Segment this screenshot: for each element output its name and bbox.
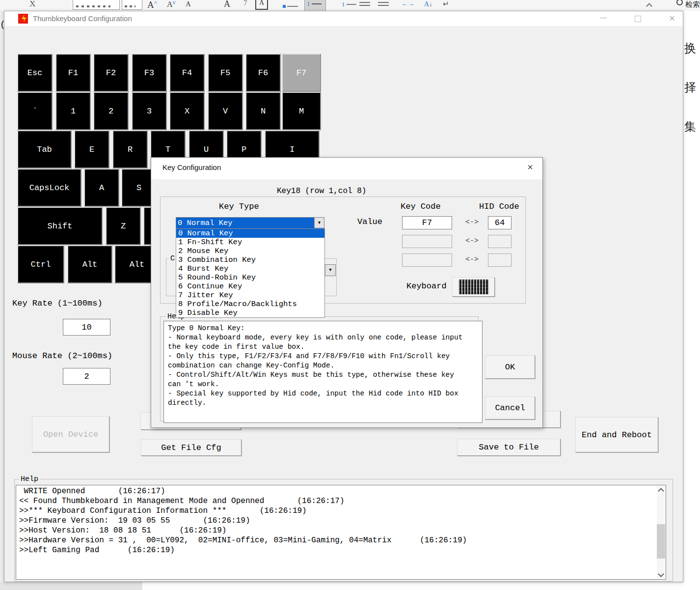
hid-code-input-3[interactable] (488, 253, 512, 267)
combo-arrow-button[interactable]: ▼ (314, 218, 324, 228)
scroll-down-button[interactable] (657, 570, 665, 579)
phonetic-guide-icon[interactable]: 7 (243, 0, 247, 7)
edit-button-fragment[interactable]: 集 (684, 119, 696, 135)
paragraph-mark-icon[interactable]: ↵ (443, 0, 449, 8)
key-ctrl[interactable]: Ctrl (17, 245, 64, 283)
type-option-0[interactable]: 0 Normal Key (176, 229, 324, 238)
key-f2[interactable]: F2 (93, 54, 129, 92)
key-n[interactable]: N (245, 92, 281, 130)
scrollbar-thumb[interactable] (657, 524, 665, 559)
key-z[interactable]: Z (106, 207, 141, 245)
key-rate-label: Key Rate (1~100ms) (12, 299, 103, 308)
log-area[interactable]: WRITE Openned (16:26:17) << Found Thumbk… (16, 485, 666, 580)
dialog-close-button[interactable]: × (523, 162, 538, 175)
key-f5[interactable]: F5 (208, 54, 243, 92)
open-device-button[interactable]: Open Device (32, 416, 109, 452)
get-file-cfg-button[interactable]: Get File Cfg (141, 439, 242, 456)
key-code-input-1[interactable] (402, 216, 452, 229)
save-to-file-button[interactable]: Save to File (457, 439, 561, 456)
help-group-title: Help (19, 475, 40, 483)
character-border-icon[interactable]: A (255, 0, 268, 10)
type-option-2[interactable]: 2 Mouse Key (176, 247, 324, 255)
hid-code-header: HID Code (479, 202, 519, 211)
type-option-7[interactable]: 7 Jitter Key (176, 291, 324, 300)
key-shift[interactable]: Shift (17, 207, 103, 245)
close-button[interactable]: × (665, 13, 679, 24)
partial-group-label: C (169, 254, 176, 263)
dialog-key-label: Key18 (row 1,col 8) (277, 187, 366, 196)
mouse-rate-input[interactable] (63, 368, 110, 385)
key-v[interactable]: V (208, 92, 243, 130)
type-option-5[interactable]: 5 Round-Robin Key (176, 273, 324, 282)
minimize-button[interactable]: — (596, 13, 611, 24)
key-f7-selected[interactable]: F7 (282, 54, 321, 92)
grow-font-icon[interactable]: A^ (147, 0, 157, 10)
clear-format-icon[interactable]: A (224, 0, 230, 9)
justify-icon[interactable] (378, 2, 389, 8)
maximize-button[interactable] (630, 13, 645, 24)
key-backtick[interactable]: ` (17, 92, 53, 130)
ok-button[interactable]: OK (485, 355, 535, 379)
key-3[interactable]: 3 (132, 92, 167, 130)
key-x[interactable]: X (169, 92, 205, 130)
replace-button-fragment[interactable]: 换 (684, 40, 696, 56)
chevron-down-icon: ▼ (318, 221, 321, 225)
key-tab[interactable]: Tab (17, 130, 72, 169)
key-m[interactable]: M (282, 92, 321, 130)
key-a[interactable]: A (84, 169, 119, 207)
help-line: combination can change Key-Config Mode. (168, 361, 478, 370)
scroll-up-button[interactable] (657, 486, 665, 494)
ribbon-search-label[interactable]: 检索 (685, 0, 700, 9)
end-and-reboot-button[interactable]: End and Reboot (575, 417, 658, 452)
change-case-icon[interactable]: A (186, 0, 191, 8)
key-esc[interactable]: Esc (17, 54, 53, 92)
key-e[interactable]: E (74, 130, 109, 169)
font-name-combobox[interactable] (73, 0, 120, 10)
key-alt-left[interactable]: Alt (67, 245, 112, 283)
select-button-fragment[interactable]: 择 (684, 80, 696, 95)
multilevel-list-icon[interactable]: 1 (342, 0, 356, 8)
clipboard-icon[interactable]: X (29, 0, 35, 9)
background-right-panel: 换 择 集 (683, 11, 700, 590)
background-bottom-strip (0, 582, 142, 590)
map-arrow-3: <-> (465, 255, 479, 264)
key-code-input-3[interactable] (402, 253, 452, 267)
search-icon[interactable] (676, 0, 683, 5)
key-1[interactable]: 1 (55, 92, 91, 130)
key-2[interactable]: 2 (93, 92, 129, 130)
key-r[interactable]: R (112, 130, 148, 169)
hid-code-input-2[interactable] (488, 235, 512, 248)
dialog-titlebar: Key Configuration × (151, 158, 542, 179)
sort-icon[interactable]: A↓ (424, 0, 432, 8)
key-f4[interactable]: F4 (169, 54, 205, 92)
align-icon[interactable] (359, 2, 370, 8)
key-f3[interactable]: F3 (132, 54, 167, 92)
type-option-8[interactable]: 8 Profile/Macro/Backlights (176, 300, 324, 309)
font-size-combobox[interactable] (122, 0, 142, 10)
mouse-rate-label: Mouse Rate (2~100ms) (12, 351, 112, 361)
collapse-ribbon-icon[interactable] (646, 3, 652, 9)
chevron-down-icon (658, 571, 664, 577)
type-option-6[interactable]: 6 Continue Key (176, 282, 324, 291)
key-f6[interactable]: F6 (245, 54, 281, 92)
indent-arrows-icon[interactable]: ←→ (402, 0, 414, 8)
bullet-list-icon[interactable] (283, 1, 298, 10)
help-line: - Only this type, F1/F2/F3/F4 and F7/F8/… (168, 352, 478, 361)
cancel-button[interactable]: Cancel (485, 396, 535, 420)
type-option-9[interactable]: 9 Disable Key (176, 309, 324, 317)
log-line: >>*** Keyboard Configuration Information… (19, 506, 663, 516)
partial-combo-arrow-button[interactable]: ▼ (325, 265, 335, 276)
type-option-1[interactable]: 1 Fn-Shift Key (176, 238, 324, 247)
numbered-list-icon-active[interactable]: 1 (304, 0, 326, 11)
shrink-font-icon[interactable]: Av (167, 0, 176, 9)
key-type-combobox[interactable]: 0 Normal Key ▼ (176, 217, 324, 229)
keyboard-image-button[interactable] (452, 277, 495, 297)
key-f1[interactable]: F1 (55, 54, 91, 92)
type-option-4[interactable]: 4 Burst Key (176, 264, 324, 273)
key-capslock[interactable]: CapsLock (17, 169, 81, 207)
type-option-3[interactable]: 3 Combination Key (176, 255, 324, 264)
key-rate-input[interactable] (63, 319, 110, 336)
key-code-input-2[interactable] (402, 235, 452, 248)
hid-code-input-1[interactable] (488, 216, 512, 229)
log-scrollbar[interactable] (657, 486, 665, 579)
